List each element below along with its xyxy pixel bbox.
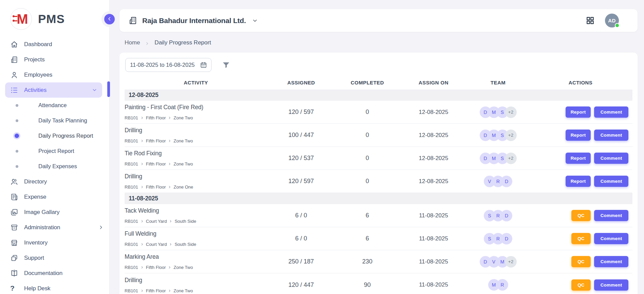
completed-value: 0 (335, 109, 400, 116)
breadcrumb: Home Daily Progress Report (125, 39, 211, 46)
sidebar-subitem-attendance[interactable]: Attendance (0, 98, 109, 113)
apps-grid-button[interactable] (586, 16, 595, 25)
report-button[interactable]: Report (566, 130, 591, 141)
chevron-right-icon (141, 220, 144, 223)
sidebar-item-projects[interactable]: Projects (0, 52, 109, 67)
qc-button[interactable]: QC (571, 233, 591, 244)
sidebar-subitem-daily-task-planning[interactable]: Daily Task Planning (0, 113, 109, 128)
location-segment: Zone Two (173, 288, 193, 293)
sidebar-item-label: Activities (24, 87, 47, 94)
sidebar-subitem-label: Attendance (38, 102, 67, 109)
user-icon (10, 71, 18, 79)
comment-button[interactable]: Comment (594, 130, 628, 141)
chevron-left-icon (107, 16, 112, 22)
image-icon (10, 208, 18, 216)
report-button[interactable]: Report (566, 153, 591, 164)
sidebar-item-dashboard[interactable]: Dashboard (0, 37, 109, 52)
sidebar-item-administration[interactable]: Administration (0, 220, 109, 235)
assigned-value: 100 / 447 (267, 132, 335, 139)
sidebar-item-inventory[interactable]: Inventory (0, 235, 109, 250)
sidebar-item-support[interactable]: Support (0, 250, 109, 266)
sidebar-item-employees[interactable]: Employees (0, 67, 109, 82)
qc-button[interactable]: QC (571, 256, 591, 267)
location-segment: Fifth Floor (146, 265, 166, 270)
sidebar-item-label: Support (24, 255, 44, 261)
location-segment: RB101 (125, 184, 138, 190)
sidebar-item-label: Administration (24, 224, 60, 231)
sidebar-item-documentation[interactable]: Documentation (0, 266, 109, 281)
team-member-avatar: R (497, 279, 508, 291)
sidebar-subitem-daily-progress-report[interactable]: Daily Progress Report (0, 128, 109, 143)
comment-button[interactable]: Comment (594, 153, 628, 164)
sidebar-item-directory[interactable]: Directory (0, 174, 109, 189)
team-avatars: DMS+2 (467, 106, 529, 118)
sidebar-collapse-button[interactable] (104, 14, 115, 24)
team-member-avatar: D (501, 233, 512, 244)
activity-location: RB101Court YardSouth Side (125, 242, 267, 247)
table-row: Full WeldingRB101Court YardSouth Side6 /… (125, 227, 632, 250)
assign-on-date: 12-08-2025 (400, 178, 467, 185)
sidebar-item-expense[interactable]: Expense (0, 189, 109, 204)
activity-name: Painting - First Coat (Fire Red) (125, 104, 267, 111)
sidebar-subitem-label: Daily Task Planning (38, 117, 87, 124)
building-icon (128, 16, 137, 25)
sidebar-item-activities[interactable]: Activities (5, 82, 102, 98)
active-indicator (107, 81, 110, 97)
activity-location: RB101Fifth FloorZone One (125, 184, 267, 190)
team-avatars: DMS+2 (467, 130, 529, 141)
user-avatar[interactable]: AD (605, 14, 619, 27)
assign-on-date: 12-08-2025 (400, 132, 467, 139)
breadcrumb-home[interactable]: Home (125, 39, 140, 46)
completed-value: 90 (335, 281, 400, 289)
activity-location: RB101Fifth FloorZone Two (125, 288, 267, 293)
chevron-right-icon (141, 266, 144, 269)
qc-button[interactable]: QC (571, 279, 591, 291)
sidebar-item-label: Help Desk (24, 285, 51, 292)
grid-icon (586, 21, 595, 26)
location-segment: RB101 (125, 161, 138, 166)
column-header-activity: ACTIVITY (125, 80, 267, 85)
qc-button[interactable]: QC (571, 210, 591, 221)
comment-button[interactable]: Comment (594, 210, 628, 221)
sidebar-item-label: Dashboard (24, 41, 52, 48)
assigned-value: 6 / 0 (267, 212, 335, 219)
chevron-right-icon (168, 266, 171, 269)
sidebar-subitem-label: Daily Progress Report (38, 133, 93, 139)
sidebar-item-label: Image Gallary (24, 209, 60, 216)
online-status-dot (615, 23, 620, 28)
company-selector[interactable]: Raja Bahadur International Ltd. (128, 16, 258, 25)
sidebar-item-help-desk[interactable]: ?Help Desk (0, 281, 109, 294)
report-button[interactable]: Report (566, 106, 591, 118)
sidebar-subitem-daily-expenses[interactable]: Daily Expenses (0, 159, 109, 174)
comment-button[interactable]: Comment (594, 256, 628, 267)
location-segment: RB101 (125, 242, 138, 247)
logo-monogram: M (14, 12, 28, 26)
report-card: 11-08-2025 to 16-08-2025 ACTIVITY ASSIGN… (119, 53, 638, 294)
date-group-header: 11-08-2025 (125, 193, 632, 204)
users-icon (10, 178, 18, 186)
sidebar-menu: DashboardProjectsEmployeesActivitiesAtte… (0, 33, 109, 294)
bullet-dot-icon (16, 104, 18, 107)
location-segment: Court Yard (146, 242, 167, 247)
column-header-assigned: ASSIGNED (267, 80, 335, 85)
chevron-right-icon (169, 243, 172, 246)
team-extra-count: +2 (505, 153, 517, 164)
comment-button[interactable]: Comment (594, 106, 628, 118)
comment-button[interactable]: Comment (594, 176, 628, 187)
sidebar-item-image-gallary[interactable]: Image Gallary (0, 204, 109, 220)
date-range-input[interactable]: 11-08-2025 to 16-08-2025 (125, 58, 211, 72)
sidebar-subitem-project-report[interactable]: Project Report (0, 143, 109, 159)
chevron-right-icon (141, 185, 144, 189)
app-name: PMS (38, 12, 65, 26)
filter-button[interactable] (222, 61, 231, 70)
report-button[interactable]: Report (566, 176, 591, 187)
location-segment: Court Yard (146, 219, 167, 224)
comment-button[interactable]: Comment (594, 233, 628, 244)
location-segment: Fifth Floor (146, 138, 166, 143)
row-actions: QCComment (529, 279, 632, 291)
chevron-right-icon (141, 139, 144, 142)
team-member-avatar: D (501, 210, 512, 221)
assigned-value: 6 / 0 (267, 235, 335, 242)
comment-button[interactable]: Comment (594, 279, 628, 291)
archive-icon (10, 223, 18, 232)
